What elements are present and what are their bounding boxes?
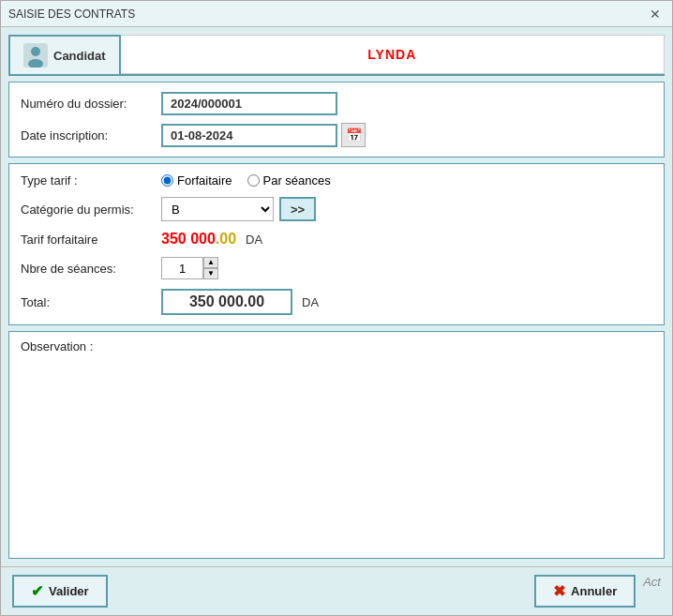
tarif-section: Type tarif : Forfaitaire Par séances Cat… (8, 163, 665, 325)
total-value: 350 000.00 (161, 289, 292, 315)
date-row: Date inscription: 📅 (21, 123, 652, 147)
tarif-forfaitaire-value: 350 000.00 (161, 231, 236, 248)
main-window: SAISIE DES CONTRATS ✕ Candidat LYNDA Num… (0, 0, 673, 616)
date-input[interactable] (161, 124, 337, 147)
calendar-button[interactable]: 📅 (341, 123, 366, 147)
tarif-forfaitaire-row: Tarif forfaitaire 350 000.00 DA (21, 231, 652, 248)
radio-par-seances-input[interactable] (247, 174, 260, 187)
window-title: SAISIE DES CONTRATS (8, 8, 135, 21)
categorie-select[interactable]: B A C D E (161, 197, 274, 221)
tab-section: Candidat LYNDA (8, 35, 665, 76)
candidate-name: LYNDA (121, 35, 665, 74)
footer: ✔ Valider ✖ Annuler Act (1, 566, 672, 615)
dossier-label: Numéro du dossier: (21, 97, 152, 111)
check-icon: ✔ (31, 582, 43, 600)
radio-group: Forfaitaire Par séances (161, 173, 331, 188)
date-input-wrap: 📅 (161, 123, 366, 147)
type-tarif-label: Type tarif : (21, 173, 152, 188)
observation-textarea[interactable] (21, 357, 652, 550)
date-label: Date inscription: (21, 128, 152, 143)
annuler-label: Annuler (571, 584, 617, 598)
go-button[interactable]: >> (279, 197, 316, 221)
spinner-up-button[interactable]: ▲ (203, 257, 218, 268)
dossier-input[interactable] (161, 92, 337, 115)
title-bar: SAISIE DES CONTRATS ✕ (1, 1, 672, 27)
spinner-buttons: ▲ ▼ (203, 257, 218, 279)
nbre-input[interactable] (161, 257, 203, 279)
footer-right: ✖ Annuler Act (534, 575, 661, 608)
nbre-seances-row: Nbre de séances: ▲ ▼ (21, 257, 652, 279)
total-da-label: DA (302, 295, 319, 309)
tarif-forfaitaire-label: Tarif forfaitaire (21, 233, 152, 247)
categorie-row: Catégorie du permis: B A C D E >> (21, 197, 652, 221)
categorie-select-wrap: B A C D E >> (161, 197, 316, 221)
radio-par-seances-label: Par séances (263, 173, 331, 188)
radio-forfaitaire-input[interactable] (161, 174, 173, 187)
content-area: Candidat LYNDA Numéro du dossier: Date i… (1, 27, 672, 566)
x-icon: ✖ (553, 582, 565, 600)
tarif-red-part: 350 000 (161, 231, 216, 247)
nbre-spinner: ▲ ▼ (161, 257, 218, 279)
total-label: Total: (21, 295, 152, 309)
categorie-label: Catégorie du permis: (21, 203, 152, 217)
annuler-button[interactable]: ✖ Annuler (534, 575, 636, 608)
tab-candidat[interactable]: Candidat (8, 35, 121, 74)
act-label: Act (643, 575, 661, 608)
candidat-tab-label: Candidat (53, 49, 106, 63)
nbre-seances-label: Nbre de séances: (21, 262, 152, 276)
svg-point-1 (31, 47, 40, 56)
observation-label: Observation : (21, 339, 652, 353)
candidat-icon (23, 43, 48, 68)
valider-button[interactable]: ✔ Valider (12, 575, 108, 608)
radio-forfaitaire[interactable]: Forfaitaire (161, 173, 232, 188)
footer-left: ✔ Valider (12, 575, 108, 608)
tarif-yellow-part: .00 (216, 231, 236, 247)
calendar-icon: 📅 (346, 128, 362, 143)
radio-forfaitaire-label: Forfaitaire (177, 173, 232, 188)
dossier-row: Numéro du dossier: (21, 92, 652, 115)
type-tarif-row: Type tarif : Forfaitaire Par séances (21, 173, 652, 188)
radio-par-seances[interactable]: Par séances (247, 173, 331, 188)
total-row: Total: 350 000.00 DA (21, 289, 652, 315)
tarif-da-label: DA (246, 233, 262, 247)
dossier-section: Numéro du dossier: Date inscription: 📅 (8, 82, 665, 158)
close-button[interactable]: ✕ (646, 7, 665, 22)
valider-label: Valider (49, 584, 89, 598)
observation-section: Observation : (8, 331, 665, 559)
spinner-down-button[interactable]: ▼ (203, 268, 218, 279)
